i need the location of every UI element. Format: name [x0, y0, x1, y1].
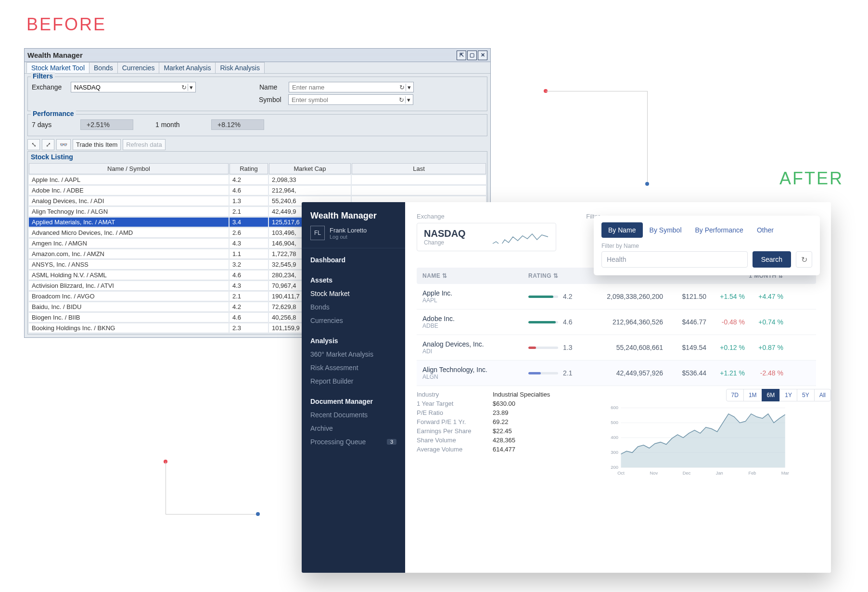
filter-tab-by-symbol[interactable]: By Symbol: [643, 222, 689, 238]
chevron-down-icon[interactable]: ▾: [406, 84, 412, 91]
nav-head[interactable]: Document Manager: [302, 395, 405, 408]
filter-tab-by-performance[interactable]: By Performance: [689, 222, 750, 238]
perf1m-label: 1 month: [155, 121, 208, 129]
maximize-icon[interactable]: ▢: [467, 51, 477, 60]
col-mcap[interactable]: Market Cap: [269, 163, 351, 174]
svg-text:Jan: Jan: [716, 471, 723, 476]
detail-kv: IndustryIndustrial Specialties1 Year Tar…: [417, 389, 550, 478]
col-name[interactable]: Name / Symbol: [29, 163, 229, 174]
chevron-down-icon[interactable]: ▾: [188, 84, 194, 91]
refresh-icon[interactable]: ↻: [180, 84, 188, 91]
svg-text:400: 400: [611, 435, 618, 440]
col-rating[interactable]: RATING ⇅: [528, 272, 586, 279]
table-row[interactable]: Align Technology, Inc.ALGN 2.1 42,449,95…: [417, 360, 816, 386]
name-input[interactable]: [291, 83, 398, 91]
symbol-input[interactable]: [291, 96, 397, 104]
listing-legend: Stock Listing: [28, 152, 487, 162]
performance-fieldset: Performance 7 days +2.51% 1 month +8.12%: [27, 114, 487, 136]
chart-area: 7D1M6M1Y5YAll 200300400500600OctNovDecJa…: [564, 389, 831, 478]
sidebar-item-360-market-analysis[interactable]: 360° Market Analysis: [302, 347, 405, 361]
tab-currencies[interactable]: Currencies: [117, 62, 160, 73]
exchange-card[interactable]: NASDAQ Change: [417, 223, 556, 251]
name-label: Name: [259, 83, 286, 91]
decorative-dot: [645, 182, 649, 186]
filter-tab-by-name[interactable]: By Name: [601, 222, 643, 238]
range-bar: 7D1M6M1Y5YAll: [564, 389, 831, 401]
tab-bonds[interactable]: Bonds: [89, 62, 118, 73]
svg-text:600: 600: [611, 405, 618, 410]
sidebar-item-archive[interactable]: Archive: [302, 422, 405, 435]
exchange-input[interactable]: [73, 83, 180, 91]
svg-text:200: 200: [611, 465, 618, 470]
logout-link[interactable]: Log out: [330, 234, 367, 240]
range-1y[interactable]: 1Y: [779, 389, 797, 401]
chevron-down-icon[interactable]: ▾: [405, 96, 412, 103]
binoculars-icon[interactable]: 👓: [56, 139, 71, 150]
filter-sublabel: Filter by Name: [601, 243, 812, 249]
zoom-out-icon[interactable]: ⤡: [27, 139, 40, 150]
nav-dashboard[interactable]: Dashboard: [302, 253, 405, 267]
filter-input[interactable]: [601, 251, 748, 268]
refresh-icon[interactable]: ↻: [398, 84, 406, 91]
sidebar-item-bonds[interactable]: Bonds: [302, 300, 405, 314]
nav-head[interactable]: Assets: [302, 273, 405, 287]
decorative-line: [546, 91, 648, 91]
svg-text:Nov: Nov: [650, 471, 658, 476]
table-row[interactable]: Adobe Inc.ADBE 4.6 212,964,360,526 $446.…: [417, 309, 816, 335]
table-row[interactable]: Analog Devices, Inc.ADI 1.3 55,240,608,6…: [417, 335, 816, 360]
detail-row: 1 Year Target$630.00: [417, 400, 550, 407]
before-toolbar: ⤡ ⤢ 👓 Trade this Item Refresh data: [27, 139, 487, 150]
performance-legend: Performance: [31, 110, 76, 117]
detail-row: Earnings Per Share$22.45: [417, 427, 550, 435]
range-6m[interactable]: 6M: [762, 389, 780, 401]
table-row[interactable]: Apple Inc.AAPL 4.2 2,098,338,260,200 $12…: [417, 284, 816, 309]
svg-text:Mar: Mar: [781, 471, 789, 476]
detail-row: P/E Ratio23.89: [417, 409, 550, 416]
range-all[interactable]: All: [814, 389, 831, 401]
range-7d[interactable]: 7D: [726, 389, 744, 401]
detail-row: IndustryIndustrial Specialties: [417, 391, 550, 398]
name-combobox[interactable]: ↻ ▾: [289, 82, 414, 92]
tab-risk-analysis[interactable]: Risk Analysis: [215, 62, 264, 73]
svg-text:Dec: Dec: [683, 471, 691, 476]
filter-tab-other[interactable]: Other: [750, 222, 780, 238]
decorative-line: [166, 514, 257, 515]
before-tabs: Stock Market ToolBondsCurrenciesMarket A…: [25, 62, 490, 74]
detail-panel: IndustryIndustrial Specialties1 Year Tar…: [417, 389, 831, 478]
search-button[interactable]: Search: [753, 251, 791, 268]
area-chart: 200300400500600OctNovDecJanFebMar: [564, 404, 831, 476]
range-1m[interactable]: 1M: [743, 389, 762, 401]
perf1m-value: +8.12%: [211, 119, 264, 130]
detach-icon[interactable]: ⇱: [457, 51, 466, 60]
exchange-combobox[interactable]: ↻ ▾: [71, 82, 196, 92]
tab-stock-market-tool[interactable]: Stock Market Tool: [26, 62, 89, 73]
before-heading: BEFORE: [26, 14, 106, 35]
brand: Wealth Manager: [302, 202, 405, 226]
refresh-icon[interactable]: ↻: [397, 96, 405, 103]
symbol-combobox[interactable]: ↻ ▾: [288, 94, 413, 105]
col-last[interactable]: Last: [352, 163, 486, 174]
sidebar-item-risk-assesment[interactable]: Risk Assesment: [302, 361, 405, 374]
avatar[interactable]: FL: [310, 226, 325, 240]
sidebar-item-report-builder[interactable]: Report Builder: [302, 374, 405, 388]
table-row[interactable]: Adobe Inc. / ADBE4.6212,964,: [29, 186, 486, 195]
sidebar-item-recent-documents[interactable]: Recent Documents: [302, 408, 405, 422]
zoom-in-icon[interactable]: ⤢: [42, 139, 54, 150]
sparkline-icon: [491, 230, 549, 244]
refresh-button[interactable]: Refresh data: [123, 139, 165, 150]
range-5y[interactable]: 5Y: [797, 389, 815, 401]
nav-head[interactable]: Analysis: [302, 334, 405, 347]
sidebar-item-stock-market[interactable]: Stock Market: [302, 287, 405, 300]
col-rating[interactable]: Rating: [230, 163, 268, 174]
detail-row: Average Volume614,477: [417, 446, 550, 453]
detail-row: Forward P/E 1 Yr.69.22: [417, 418, 550, 425]
table-row[interactable]: Apple Inc. / AAPL4.22,098,33: [29, 175, 486, 185]
trade-button[interactable]: Trade this Item: [73, 139, 121, 150]
close-icon[interactable]: ✕: [478, 51, 487, 60]
sidebar-item-processing-queue[interactable]: Processing Queue3: [302, 435, 405, 449]
col-name[interactable]: NAME ⇅: [422, 272, 528, 279]
svg-text:500: 500: [611, 420, 618, 425]
clear-icon[interactable]: ↻: [796, 251, 812, 268]
tab-market-analysis[interactable]: Market Analysis: [159, 62, 216, 73]
sidebar-item-currencies[interactable]: Currencies: [302, 314, 405, 327]
